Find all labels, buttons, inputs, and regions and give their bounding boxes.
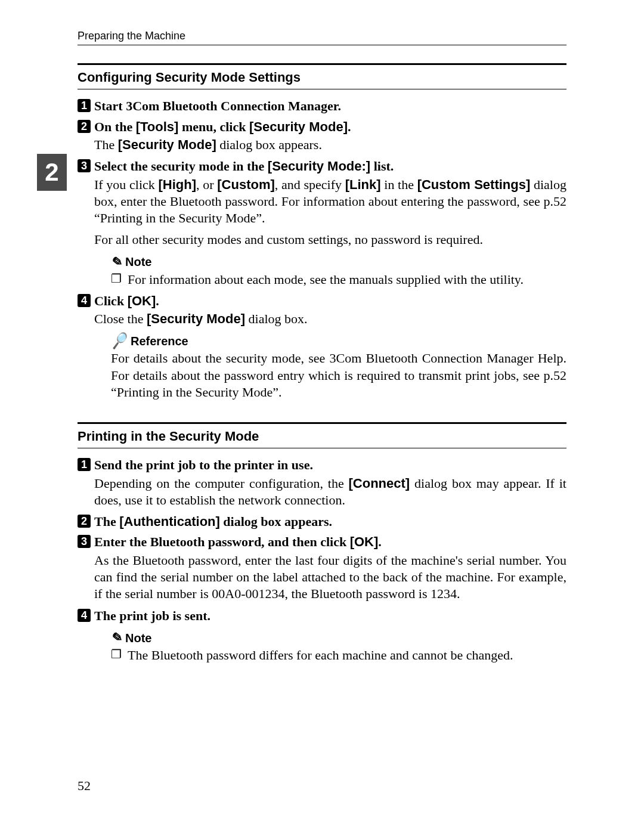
step-text: . xyxy=(378,534,382,549)
step-number-icon: 1 xyxy=(78,458,91,471)
step-number-icon: 4 xyxy=(78,609,91,622)
ui-ref-authentication: [Authentication] xyxy=(119,514,220,529)
note-label-text: Note xyxy=(125,255,151,269)
bullet-icon: ❐ xyxy=(111,271,122,287)
pencil-icon: ✎ xyxy=(109,253,123,271)
body-text: in the xyxy=(381,177,417,192)
body-text: dialog box appears. xyxy=(216,137,322,152)
body-text: , or xyxy=(196,177,217,192)
step-1-sec1: 1 Start 3Com Bluetooth Connection Manage… xyxy=(94,98,566,115)
step-number-icon: 2 xyxy=(78,120,91,133)
step-number-icon: 3 xyxy=(78,159,91,172)
step-number-icon: 4 xyxy=(78,294,91,307)
ui-ref-custom: [Custom] xyxy=(217,177,275,192)
note-item: For information about each mode, see the… xyxy=(128,271,566,288)
running-header: Preparing the Machine xyxy=(78,30,566,45)
bullet-icon: ❐ xyxy=(111,647,122,662)
body-text: As the Bluetooth password, enter the las… xyxy=(94,552,566,602)
ui-ref-security-mode: [Security Mode] xyxy=(249,119,348,134)
step-text: On the xyxy=(94,119,136,134)
body-text: , and specify xyxy=(275,177,345,192)
heading-configuring-security-mode: Configuring Security Mode Settings xyxy=(78,63,566,89)
step-text: menu, click xyxy=(178,119,249,134)
ui-ref-custom-settings: [Custom Settings] xyxy=(417,177,531,192)
body-text: Close the xyxy=(94,311,147,326)
reference-label-text: Reference xyxy=(131,335,188,348)
step-4-sec2: 4 The print job is sent. ✎ Note ❐ The Bl… xyxy=(94,608,566,664)
step-3-sec2: 3 Enter the Bluetooth password, and then… xyxy=(94,534,566,602)
note-label: ✎ Note xyxy=(111,630,566,646)
step-1-sec2: 1 Send the print job to the printer in u… xyxy=(94,457,566,509)
ui-ref-security-mode-list: [Security Mode:] xyxy=(268,159,370,174)
step-text: . xyxy=(156,293,159,308)
step-text: list. xyxy=(370,159,394,174)
body-text: The xyxy=(94,137,118,152)
magnifier-icon: 🔎 xyxy=(109,332,129,351)
body-text: Depending on the computer configuration,… xyxy=(94,476,349,491)
pencil-icon: ✎ xyxy=(109,629,123,647)
note-item: The Bluetooth password differs for each … xyxy=(128,647,566,664)
step-text: Select the security mode in the xyxy=(94,159,268,174)
step-number-icon: 1 xyxy=(78,99,91,112)
section-tab: 2 xyxy=(37,154,67,191)
step-text: dialog box appears. xyxy=(220,514,332,529)
step-text: . xyxy=(348,119,351,134)
ui-ref-ok: [OK] xyxy=(128,293,156,308)
ui-ref-link: [Link] xyxy=(345,177,381,192)
page-number: 52 xyxy=(78,778,91,794)
reference-text: For details about the security mode, see… xyxy=(111,350,566,400)
note-label: ✎ Note xyxy=(111,255,566,270)
step-text: Start 3Com Bluetooth Connection Manager. xyxy=(94,98,341,113)
body-text: dialog box. xyxy=(245,311,308,326)
step-3-sec1: 3 Select the security mode in the [Secur… xyxy=(94,158,566,287)
ui-ref-security-mode: [Security Mode] xyxy=(147,311,245,326)
step-text: Enter the Bluetooth password, and then c… xyxy=(94,534,350,549)
body-text: If you click xyxy=(94,177,159,192)
step-text: The print job is sent. xyxy=(94,608,210,623)
step-4-sec1: 4 Click [OK]. Close the [Security Mode] … xyxy=(94,293,566,401)
reference-label: 🔎 Reference xyxy=(111,333,566,349)
note-label-text: Note xyxy=(125,631,151,645)
ui-ref-tools: [Tools] xyxy=(136,119,179,134)
step-number-icon: 3 xyxy=(78,535,91,548)
step-2-sec1: 2 On the [Tools] menu, click [Security M… xyxy=(94,119,566,154)
ui-ref-ok: [OK] xyxy=(350,534,379,549)
step-number-icon: 2 xyxy=(78,515,91,528)
heading-printing-in-security-mode: Printing in the Security Mode xyxy=(78,422,566,448)
content-area: Configuring Security Mode Settings 1 Sta… xyxy=(78,60,566,668)
step-text: Send the print job to the printer in use… xyxy=(94,457,313,472)
body-text: For all other security modes and custom … xyxy=(94,231,566,248)
step-2-sec2: 2 The [Authentication] dialog box appear… xyxy=(94,513,566,531)
document-page: Preparing the Machine 2 Configuring Secu… xyxy=(0,0,644,833)
step-text: Click xyxy=(94,293,128,308)
step-text: The xyxy=(94,514,119,529)
ui-ref-high: [High] xyxy=(159,177,197,192)
ui-ref-connect: [Connect] xyxy=(349,476,410,491)
ui-ref-security-mode: [Security Mode] xyxy=(118,137,216,152)
